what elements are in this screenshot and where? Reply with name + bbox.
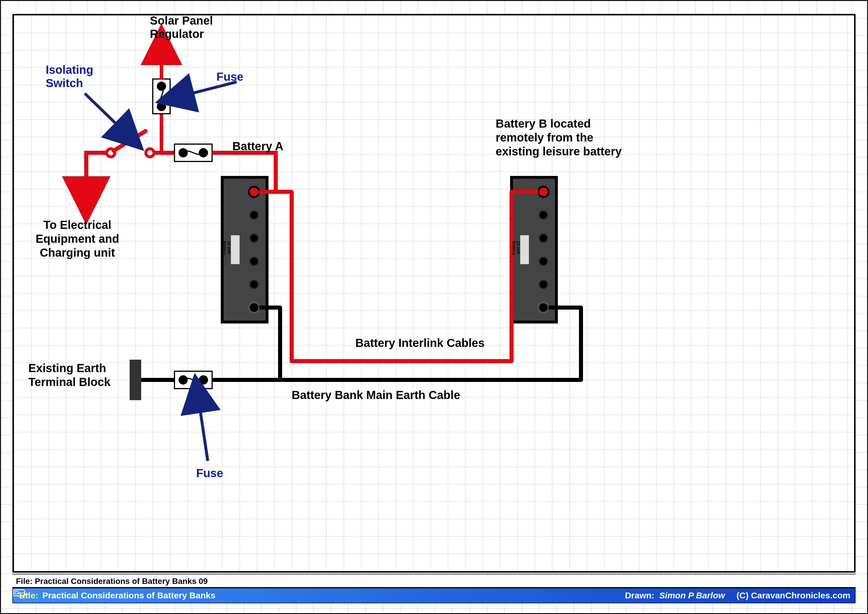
arrow-fuse-bottom <box>198 393 208 461</box>
bat-b-term-3 <box>539 234 547 242</box>
label-isolating-switch: Isolating Switch <box>46 63 93 90</box>
bat-b-marker-text: 12 volt Battery <box>512 241 521 255</box>
label-battery-b: Battery B located remotely from the exis… <box>496 116 622 158</box>
bat-a-term-1 <box>249 187 259 197</box>
arrow-fuse-top <box>174 82 237 98</box>
bat-b-term-5 <box>539 281 547 288</box>
label-main-earth: Battery Bank Main Earth Cable <box>291 389 460 402</box>
drawn-value: Simon P Barlow <box>659 591 725 600</box>
label-existing-earth: Existing Earth Terminal Block <box>28 361 110 389</box>
bat-a-term-4 <box>250 257 258 265</box>
bat-a-term-6 <box>249 302 259 313</box>
wire-red-interlink <box>259 192 538 361</box>
drawn-label: Drawn: <box>625 591 654 600</box>
bat-a-marker-text: 12 volt Battery <box>222 241 231 255</box>
label-fuse-bottom: Fuse <box>196 467 223 480</box>
arrow-isolating-switch <box>85 93 130 137</box>
site-text: (C) CaravanChronicles.com <box>737 591 850 600</box>
file-line: File: Practical Considerations of Batter… <box>12 574 856 588</box>
bat-a-plate <box>231 235 240 264</box>
label-fuse-top: Fuse <box>216 70 243 83</box>
wire-red-to-equipment <box>86 153 107 200</box>
label-solar-panel-regulator: Solar Panel Regulator <box>150 14 213 40</box>
label-interlink: Battery Interlink Cables <box>355 336 485 350</box>
earth-terminal-block <box>130 360 141 400</box>
drawn-block: Drawn: Simon P Barlow <box>625 591 725 600</box>
bat-a-term-2 <box>250 211 258 219</box>
page-frame: Solar Panel Regulator Isolating Switch F… <box>0 0 868 614</box>
label-battery-a: Battery A <box>232 140 283 153</box>
file-line-text: File: Practical Considerations of Batter… <box>16 577 208 586</box>
title-value: Practical Considerations of Battery Bank… <box>42 591 215 600</box>
label-to-electrical: To Electrical Equipment and Charging uni… <box>36 218 119 259</box>
bat-b-term-6 <box>538 302 549 313</box>
switch-arm <box>114 131 146 151</box>
bat-a-term-3 <box>250 234 258 242</box>
svg-rect-1 <box>15 591 18 594</box>
diagram-canvas: Solar Panel Regulator Isolating Switch F… <box>12 14 856 573</box>
bat-b-term-2 <box>539 211 547 219</box>
title-bar: Title: Practical Considerations of Batte… <box>12 588 856 603</box>
bat-b-term-4 <box>539 257 547 265</box>
bat-b-term-1 <box>538 187 549 197</box>
diagram-svg <box>14 16 859 574</box>
bat-b-plate <box>520 235 529 264</box>
caravan-icon <box>13 588 29 598</box>
site-block: (C) CaravanChronicles.com <box>737 591 850 600</box>
bat-a-term-5 <box>250 281 258 288</box>
switch-terminal-right <box>146 149 154 157</box>
